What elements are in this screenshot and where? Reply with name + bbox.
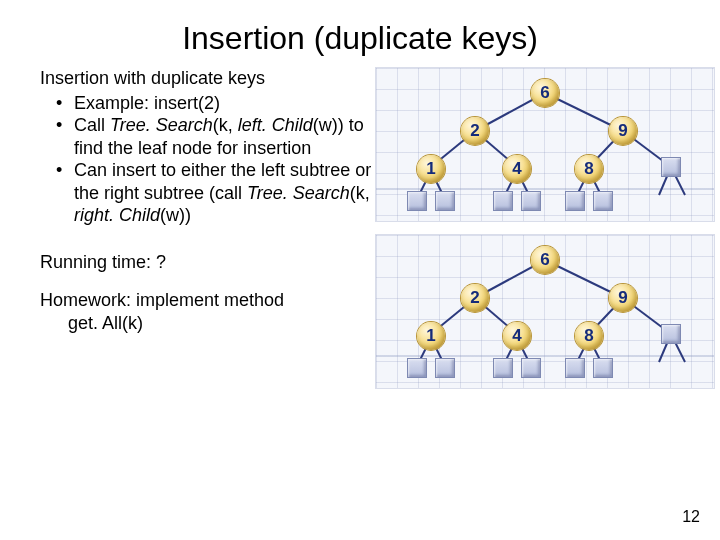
node-9: 9 bbox=[609, 117, 637, 145]
bullet-treesearch-right: Can insert to either the left subtree or… bbox=[60, 159, 375, 227]
node-4: 4 bbox=[503, 322, 531, 350]
t: left. Child bbox=[238, 115, 313, 135]
node-9: 9 bbox=[609, 284, 637, 312]
leaf-box bbox=[407, 191, 427, 211]
running-time: Running time: ? bbox=[40, 251, 375, 274]
node-6: 6 bbox=[531, 246, 559, 274]
bullet-treesearch-left: Call Tree. Search(k, left. Child(w)) to … bbox=[60, 114, 375, 159]
leaf-box bbox=[661, 157, 681, 177]
t: (k, bbox=[213, 115, 238, 135]
subheader: Insertion with duplicate keys bbox=[40, 67, 375, 90]
node-4: 4 bbox=[503, 155, 531, 183]
page-number: 12 bbox=[682, 508, 700, 526]
node-1: 1 bbox=[417, 155, 445, 183]
node-8: 8 bbox=[575, 322, 603, 350]
node-8: 8 bbox=[575, 155, 603, 183]
text-column: Insertion with duplicate keys Example: i… bbox=[40, 63, 375, 401]
t: (k, bbox=[350, 183, 370, 203]
leaf-box bbox=[593, 191, 613, 211]
t: get. All(k) bbox=[40, 312, 375, 335]
leaf-box bbox=[435, 191, 455, 211]
diagram-column: 6 2 9 1 4 8 bbox=[375, 63, 715, 401]
slide-title: Insertion (duplicate keys) bbox=[0, 0, 720, 63]
node-1: 1 bbox=[417, 322, 445, 350]
leaf-box bbox=[493, 358, 513, 378]
node-2: 2 bbox=[461, 117, 489, 145]
t: Tree. Search bbox=[247, 183, 350, 203]
t: Homework: implement method bbox=[40, 290, 284, 310]
leaf-box bbox=[521, 358, 541, 378]
leaf-box bbox=[593, 358, 613, 378]
tree-diagram-1: 6 2 9 1 4 8 bbox=[375, 67, 715, 222]
leaf-box bbox=[493, 191, 513, 211]
t: Tree. Search bbox=[110, 115, 213, 135]
t: (w)) bbox=[160, 205, 191, 225]
leaf-box bbox=[435, 358, 455, 378]
leaf-box bbox=[661, 324, 681, 344]
t: right. Child bbox=[74, 205, 160, 225]
bullet-example: Example: insert(2) bbox=[60, 92, 375, 115]
leaf-box bbox=[521, 191, 541, 211]
leaf-box bbox=[565, 358, 585, 378]
homework: Homework: implement method get. All(k) bbox=[40, 289, 375, 334]
node-2: 2 bbox=[461, 284, 489, 312]
leaf-box bbox=[407, 358, 427, 378]
node-6: 6 bbox=[531, 79, 559, 107]
t: Call bbox=[74, 115, 110, 135]
tree-diagram-2: 6 2 9 1 4 8 bbox=[375, 234, 715, 389]
leaf-box bbox=[565, 191, 585, 211]
